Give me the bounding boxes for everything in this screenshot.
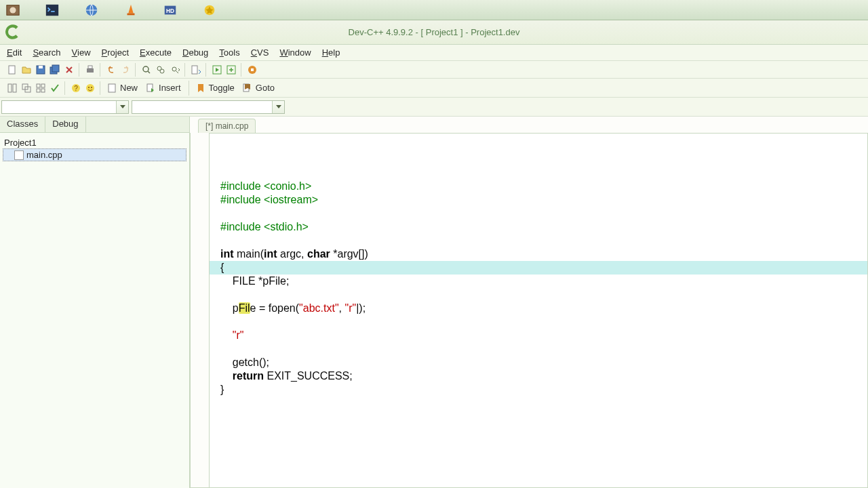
tool-window-grid[interactable] [34,81,47,95]
svg-rect-30 [37,89,40,92]
svg-rect-31 [41,89,45,92]
svg-rect-25 [13,84,16,92]
tool-replace[interactable] [154,63,167,77]
svg-rect-13 [87,68,94,73]
svg-rect-19 [192,66,197,74]
tool-goto-line[interactable] [189,63,203,77]
tool-bookmark-new[interactable]: New [104,81,142,96]
tool-debug-start[interactable] [245,63,259,77]
menu-edit[interactable]: Edit [1,46,27,59]
main-toolbar [0,61,868,79]
tool-new-file[interactable] [5,63,19,77]
menu-window[interactable]: Window [274,46,316,59]
svg-point-1 [9,7,16,13]
svg-rect-2 [46,5,58,16]
tool-window-tile[interactable] [5,81,19,95]
tool-find[interactable] [140,63,153,77]
project-sidebar: Classes Debug Project1 main.cpp [0,117,190,488]
editor-gutter [190,133,209,488]
tree-item-main-cpp[interactable]: main.cpp [3,148,186,161]
class-combo[interactable] [1,100,129,114]
tree-root-project[interactable]: Project1 [3,137,186,148]
project-tree: Project1 main.cpp [0,133,189,165]
svg-point-15 [143,66,149,72]
svg-rect-29 [41,84,45,87]
menu-execute[interactable]: Execute [134,46,177,59]
os-taskbar: HD [0,0,868,20]
taskbar-app-terminal[interactable] [43,1,61,19]
tool-save[interactable] [34,63,47,77]
svg-point-18 [172,67,176,71]
tool-bookmark-insert[interactable]: Insert [143,81,186,96]
svg-rect-24 [8,84,12,92]
window-titlebar: Dev-C++ 4.9.9.2 - [ Project1 ] - Project… [0,20,868,45]
tool-undo[interactable] [104,63,118,77]
tool-compile[interactable] [210,63,224,77]
menu-view[interactable]: View [66,46,96,59]
chevron-down-icon[interactable] [116,101,128,113]
taskbar-app-gimp[interactable] [4,1,22,19]
tool-redo[interactable] [119,63,132,77]
secondary-toolbar: ? New Insert Toggle Goto [0,79,868,98]
svg-point-35 [88,87,90,88]
svg-rect-14 [88,66,92,68]
tool-open[interactable] [20,63,33,77]
tool-find-next[interactable] [168,63,182,77]
tool-window-cascade[interactable] [20,81,33,95]
svg-rect-10 [39,66,43,68]
svg-rect-23 [251,68,254,71]
editor-file-tabs: [*] main.cpp [190,117,868,133]
editor-area: [*] main.cpp #include <conio.h> #include… [190,117,868,488]
tool-run[interactable] [224,63,238,77]
menu-debug[interactable]: Debug [177,46,214,59]
tool-check[interactable] [48,81,62,95]
svg-point-17 [160,69,164,73]
svg-rect-28 [37,84,40,87]
svg-rect-12 [52,65,59,72]
tool-close[interactable] [62,63,76,77]
svg-rect-8 [9,66,15,74]
svg-text:HD: HD [166,8,174,14]
code-editor[interactable]: #include <conio.h> #include <iostream> #… [209,133,868,488]
svg-point-34 [86,84,94,92]
tool-print[interactable] [83,63,97,77]
svg-rect-4 [127,14,135,16]
sidebar-tab-debug[interactable]: Debug [45,117,85,132]
file-tab-main-cpp[interactable]: [*] main.cpp [198,119,256,133]
window-title: Dev-C++ 4.9.9.2 - [ Project1 ] - Project… [349,27,520,37]
menu-bar: Edit Search View Project Execute Debug T… [0,45,868,61]
member-combo[interactable] [132,100,285,114]
class-navigator-bar [0,98,868,117]
sidebar-tab-classes[interactable]: Classes [0,117,45,132]
tool-save-all[interactable] [48,63,62,77]
sidebar-tabs: Classes Debug [0,117,189,133]
taskbar-app-browser[interactable] [83,1,100,19]
tool-help[interactable]: ? [69,81,83,95]
tool-bookmark-goto[interactable]: Goto [240,81,279,96]
svg-rect-37 [108,84,115,92]
taskbar-app-hd[interactable]: HD [161,1,179,19]
menu-search[interactable]: Search [27,46,66,59]
chevron-down-icon[interactable] [272,101,284,113]
svg-point-36 [91,87,92,88]
tool-bookmark-toggle[interactable]: Toggle [193,81,239,96]
app-logo-icon [4,23,22,41]
svg-text:?: ? [74,85,78,92]
menu-tools[interactable]: Tools [214,46,245,59]
menu-project[interactable]: Project [96,46,134,59]
taskbar-app-vlc[interactable] [122,1,140,19]
workspace: Classes Debug Project1 main.cpp [*] main… [0,117,868,488]
tool-about[interactable] [83,81,97,95]
taskbar-app-tool[interactable] [201,1,218,19]
file-icon [14,150,24,160]
menu-cvs[interactable]: CVS [245,46,275,59]
menu-help[interactable]: Help [317,46,346,59]
